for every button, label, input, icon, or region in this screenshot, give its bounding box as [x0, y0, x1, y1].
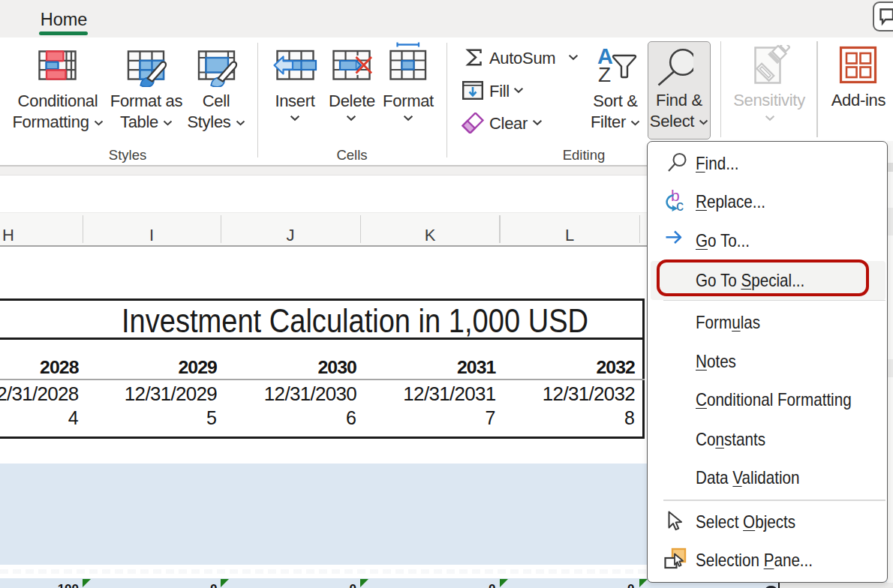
svg-text:c: c [676, 197, 684, 212]
